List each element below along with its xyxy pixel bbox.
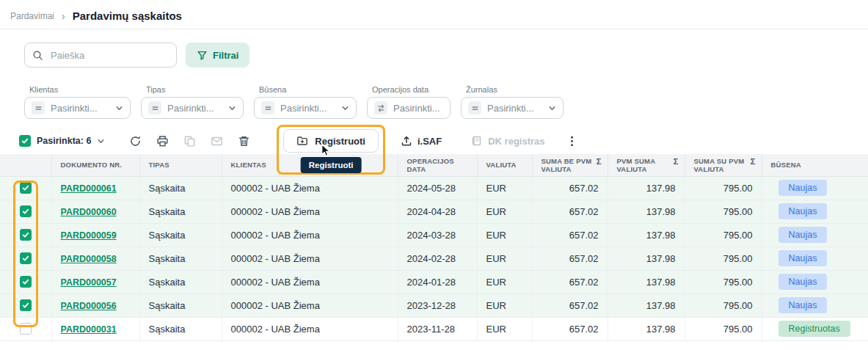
column-header: TIPAS bbox=[139, 154, 222, 176]
type-cell: Sąskaita bbox=[139, 270, 222, 294]
table-row: PARD000061Sąskaita000002 - UAB Žiema2024… bbox=[0, 176, 868, 200]
chevron-down-icon bbox=[548, 104, 556, 112]
filter-group-operacijos-data: Operacijos data Pasirinkti... bbox=[367, 85, 451, 119]
table-row: PARD000031Sąskaita000002 - UAB Žiema2023… bbox=[0, 317, 868, 340]
dropdown-value: Pasirinkti... bbox=[393, 103, 443, 114]
table-row: PARD000059Sąskaita000002 - UAB Žiema2024… bbox=[0, 223, 868, 247]
filter-label: Klientas bbox=[29, 85, 131, 94]
client-cell: 000002 - UAB Žiema bbox=[222, 200, 398, 223]
column-header: OPERACIJOSDATA bbox=[398, 154, 477, 176]
register-button-area: Registruoti Registruoti bbox=[283, 129, 379, 153]
filter-select-zurnalas[interactable]: Pasirinkti... bbox=[461, 97, 564, 119]
type-cell: Sąskaita bbox=[139, 294, 222, 317]
filters-button-label: Filtrai bbox=[213, 50, 238, 61]
column-header: SUMA SU PVMVALIUTAΣ bbox=[685, 154, 762, 176]
row-checkbox[interactable] bbox=[20, 205, 32, 217]
sum-icon[interactable]: Σ bbox=[597, 157, 602, 166]
type-cell: Sąskaita bbox=[139, 247, 222, 270]
sales-invoices-page: Pardavimai › Pardavimų sąskaitos Filtrai… bbox=[0, 0, 868, 350]
currency-cell: EUR bbox=[477, 200, 532, 223]
document-link[interactable]: PARD000057 bbox=[61, 277, 117, 288]
document-link[interactable]: PARD000059 bbox=[61, 230, 117, 241]
net-amount-cell: 657.02 bbox=[532, 247, 608, 270]
date-cell: 2024-03-28 bbox=[398, 223, 477, 247]
register-button[interactable]: Registruoti bbox=[283, 129, 379, 153]
row-checkbox[interactable] bbox=[20, 323, 32, 335]
sum-icon[interactable]: Σ bbox=[674, 157, 679, 166]
date-cell: 2024-04-28 bbox=[398, 200, 477, 223]
copy-button[interactable] bbox=[178, 130, 200, 152]
column-header: VALIUTA bbox=[477, 154, 532, 176]
search-icon bbox=[32, 50, 43, 61]
check-icon bbox=[21, 207, 30, 216]
filter-select-klientas[interactable]: Pasirinkti... bbox=[24, 97, 131, 119]
status-badge: Registruotas bbox=[778, 321, 850, 337]
row-checkbox[interactable] bbox=[20, 252, 32, 264]
filter-select-busena[interactable]: Pasirinkti... bbox=[254, 97, 357, 119]
filter-group-busena: Būsena Pasirinkti... bbox=[254, 85, 357, 119]
isaf-button[interactable]: i.SAF bbox=[396, 134, 446, 147]
print-button[interactable] bbox=[151, 130, 173, 152]
select-all-checkbox[interactable] bbox=[19, 135, 31, 147]
refresh-icon bbox=[129, 135, 142, 147]
gross-amount-cell: 795.00 bbox=[685, 223, 762, 247]
dk-registras-button[interactable]: DK registras bbox=[467, 134, 549, 147]
column-header: BŪSENA bbox=[762, 154, 868, 176]
equals-icon bbox=[468, 101, 481, 114]
client-cell: 000002 - UAB Žiema bbox=[222, 223, 398, 247]
filters-button[interactable]: Filtrai bbox=[186, 43, 249, 68]
table-row: PARD000060Sąskaita000002 - UAB Žiema2024… bbox=[0, 200, 868, 223]
document-link[interactable]: PARD000031 bbox=[61, 324, 117, 335]
vat-amount-cell: 137.98 bbox=[608, 200, 685, 223]
breadcrumb-parent[interactable]: Pardavimai bbox=[10, 11, 54, 21]
check-icon bbox=[21, 136, 29, 145]
client-cell: 000002 - UAB Žiema bbox=[222, 317, 398, 340]
table-header-row: DOKUMENTO NR.TIPASKLIENTASOPERACIJOSDATA… bbox=[0, 154, 868, 176]
row-checkbox[interactable] bbox=[20, 299, 32, 311]
breadcrumb-separator-icon: › bbox=[62, 11, 65, 21]
dropdown-value: Pasirinkti... bbox=[167, 103, 222, 114]
currency-cell: EUR bbox=[477, 317, 532, 340]
refresh-button[interactable] bbox=[124, 130, 146, 152]
more-options-button[interactable] bbox=[561, 130, 583, 152]
gross-amount-cell: 795.00 bbox=[685, 247, 762, 270]
trash-icon bbox=[238, 135, 250, 147]
dropdown-value: Pasirinkti... bbox=[487, 103, 542, 114]
document-link[interactable]: PARD000058 bbox=[61, 254, 117, 264]
status-badge: Naujas bbox=[778, 180, 828, 196]
currency-cell: EUR bbox=[477, 176, 532, 200]
table-row: PARD000058Sąskaita000002 - UAB Žiema2024… bbox=[0, 247, 868, 270]
delete-button[interactable] bbox=[233, 130, 255, 152]
document-link[interactable]: PARD000060 bbox=[61, 207, 117, 217]
table-row: PARD000056Sąskaita000002 - UAB Žiema2023… bbox=[0, 294, 868, 317]
search-row: Filtrai bbox=[24, 43, 868, 68]
row-checkbox[interactable] bbox=[20, 276, 32, 288]
gross-amount-cell: 795.00 bbox=[685, 317, 762, 340]
check-icon bbox=[21, 183, 30, 192]
selection-control[interactable]: Pasirinkta: 6 bbox=[19, 135, 105, 147]
type-cell: Sąskaita bbox=[139, 176, 222, 200]
row-checkbox[interactable] bbox=[20, 229, 32, 241]
header-checkbox-cell bbox=[0, 154, 51, 176]
net-amount-cell: 657.02 bbox=[532, 200, 608, 223]
document-link[interactable]: PARD000056 bbox=[61, 301, 117, 311]
document-link[interactable]: PARD000061 bbox=[61, 183, 117, 194]
filter-group-tipas: Tipas Pasirinkti... bbox=[141, 85, 244, 119]
equals-icon bbox=[261, 101, 274, 114]
gross-amount-cell: 795.00 bbox=[685, 294, 762, 317]
type-cell: Sąskaita bbox=[139, 317, 222, 340]
vat-amount-cell: 137.98 bbox=[608, 270, 685, 294]
mail-button[interactable] bbox=[205, 130, 227, 152]
net-amount-cell: 657.02 bbox=[532, 294, 608, 317]
filter-select-tipas[interactable]: Pasirinkti... bbox=[141, 97, 244, 119]
filter-select-operacijos-data[interactable]: Pasirinkti... bbox=[367, 97, 451, 119]
type-cell: Sąskaita bbox=[139, 200, 222, 223]
mail-icon bbox=[211, 135, 223, 147]
sum-icon[interactable]: Σ bbox=[751, 157, 756, 166]
filter-label: Tipas bbox=[146, 85, 244, 94]
vat-amount-cell: 137.98 bbox=[608, 317, 685, 340]
gross-amount-cell: 795.00 bbox=[685, 176, 762, 200]
row-checkbox[interactable] bbox=[20, 182, 32, 194]
column-header: SUMA BE PVMVALIUTAΣ bbox=[532, 154, 608, 176]
search-input[interactable] bbox=[49, 49, 169, 62]
